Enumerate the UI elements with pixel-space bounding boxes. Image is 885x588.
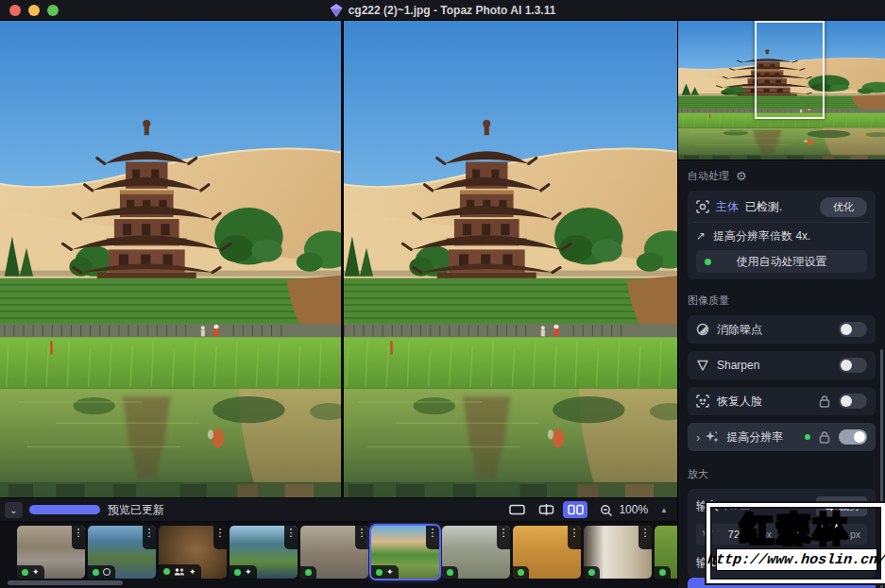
- zoom-control[interactable]: 100% ▲: [600, 503, 668, 516]
- titlebar: cg222 (2)~1.jpg - Topaz Photo AI 1.3.11: [0, 0, 885, 21]
- filmstrip-thumb-fjord-lake[interactable]: ⋮ ✦: [230, 526, 298, 579]
- zoom-level: 100%: [619, 503, 648, 516]
- filmstrip-thumb-pagoda-oasis[interactable]: ⋮ ✦: [371, 526, 439, 579]
- upscale-badge-icon: ✦: [386, 568, 394, 576]
- sharpen-icon: [696, 359, 709, 372]
- view-region-box[interactable]: [755, 21, 825, 119]
- preview-status: 预览已更新: [108, 502, 164, 518]
- enlarge-header: 放大: [688, 467, 708, 481]
- filmstrip-collapse-button[interactable]: ⌄: [5, 502, 23, 518]
- thumb-menu-icon[interactable]: ⋮: [497, 526, 510, 549]
- autopilot-upscale-info: 提高分辨率倍数 4x.: [713, 228, 810, 244]
- preview-image-panel[interactable]: [344, 21, 677, 497]
- filmstrip-thumb-room-interior[interactable]: ⋮: [584, 526, 652, 579]
- processed-dot: [22, 569, 28, 576]
- filmstrip-thumb-green-plants[interactable]: [655, 526, 677, 579]
- window-title: cg222 (2)~1.jpg - Topaz Photo AI 1.3.11: [349, 4, 556, 17]
- filmstrip-thumb-classical-building[interactable]: ⋮ ✦: [17, 526, 85, 579]
- thumb-menu-icon[interactable]: ⋮: [284, 526, 298, 549]
- face-recovery-toggle[interactable]: [839, 394, 867, 409]
- upscale-badge-icon: ✦: [32, 568, 40, 576]
- thumb-menu-icon[interactable]: ⋮: [355, 526, 368, 549]
- chevron-right-icon[interactable]: ›: [696, 430, 700, 445]
- side-by-side-view-icon: [568, 504, 584, 515]
- split-view-icon: [538, 504, 554, 515]
- autopilot-card: 主体 已检测. 优化 ↗ 提高分辨率倍数 4x. 使用自动处理设置: [688, 191, 876, 279]
- lock-icon: [818, 430, 831, 444]
- sharpen-row[interactable]: Sharpen: [688, 351, 876, 379]
- processed-dot: [518, 569, 524, 576]
- thumb-menu-icon[interactable]: ⋮: [143, 526, 156, 549]
- filmstrip-thumb-desert-oasis[interactable]: ⋮: [513, 526, 581, 579]
- processed-dot: [447, 569, 453, 576]
- face-recovery-row[interactable]: 恢复人脸: [688, 387, 876, 415]
- processed-dot: [588, 569, 595, 576]
- subject-label[interactable]: 主体: [716, 199, 739, 215]
- watermark-url-box: http://www.hoslin.cn/: [716, 548, 877, 571]
- processed-dot: [234, 569, 241, 576]
- faces-badge-icon: [174, 567, 185, 576]
- original-image-panel[interactable]: [0, 21, 341, 497]
- filmstrip-thumb-old-town-street[interactable]: ⋮: [300, 526, 368, 579]
- use-autopilot-settings-button[interactable]: 使用自动处理设置: [696, 250, 867, 273]
- watermark-url: http://www.hoslin.cn/: [706, 552, 885, 568]
- filmstrip-thumb-coastal-city[interactable]: ⋮: [88, 526, 156, 579]
- upscale-badge-icon: ✦: [189, 568, 196, 576]
- upscale-toggle[interactable]: [839, 429, 867, 445]
- processed-dot: [659, 569, 666, 576]
- view-split-button[interactable]: [534, 501, 558, 518]
- denoise-toggle[interactable]: [839, 322, 867, 337]
- zoom-magnifier-icon[interactable]: [600, 504, 612, 516]
- denoise-row[interactable]: 消除噪点: [688, 315, 876, 344]
- preview-progress-bar: [29, 505, 100, 514]
- upscale-arrow-icon: ↗: [696, 229, 706, 243]
- status-bar: ⌄ 预览已更新 100% ▲: [0, 497, 677, 521]
- watermark-title: 红森林: [710, 507, 881, 551]
- upscale-row[interactable]: › 提高分辨率: [688, 423, 876, 451]
- thumb-menu-icon[interactable]: ⋮: [213, 526, 227, 549]
- thumb-menu-icon[interactable]: ⋮: [72, 526, 85, 549]
- processed-dot: [376, 569, 383, 576]
- gear-icon[interactable]: ⚙: [736, 169, 747, 183]
- zoom-dropdown-arrow[interactable]: ▲: [660, 506, 668, 514]
- processed-dot: [163, 568, 170, 575]
- autopilot-header: 自动处理: [688, 169, 729, 183]
- upscale-sparkles-icon: [706, 430, 719, 444]
- sharpen-toggle[interactable]: [839, 358, 867, 373]
- image-quality-header: 图像质量: [688, 294, 729, 308]
- optimize-button[interactable]: 优化: [820, 197, 867, 217]
- filmstrip-scrollbar[interactable]: [8, 580, 123, 585]
- view-single-button[interactable]: [504, 501, 529, 518]
- autopilot-status-dot: [705, 259, 711, 265]
- navigation-preview[interactable]: [678, 21, 885, 160]
- enlarge-header-row: 放大: [688, 466, 876, 481]
- subject-status: 已检测.: [745, 199, 782, 215]
- face-recovery-icon: [696, 395, 709, 408]
- processed-dot: [93, 569, 99, 576]
- window-title-group: cg222 (2)~1.jpg - Topaz Photo AI 1.3.11: [0, 4, 885, 17]
- upscale-badge-icon: ✦: [245, 568, 252, 576]
- divider: [694, 222, 869, 223]
- denoise-badge-icon: [103, 568, 111, 576]
- filmstrip: ⋮ ✦ ⋮ ⋮ ✦ ⋮ ✦ ⋮: [0, 521, 677, 588]
- upscale-enabled-dot: [805, 434, 810, 440]
- app-gem-icon: [330, 4, 343, 17]
- thumb-menu-icon[interactable]: ⋮: [568, 526, 581, 549]
- watermark-frame: 红森林 http://www.hoslin.cn/: [706, 503, 885, 583]
- filmstrip-thumb-bear[interactable]: ⋮ ✦: [159, 526, 227, 579]
- single-view-icon: [509, 504, 525, 515]
- denoise-icon: [696, 323, 709, 336]
- thumb-menu-icon[interactable]: ⋮: [638, 526, 652, 549]
- comparison-canvas: [0, 21, 677, 497]
- filmstrip-thumb-european-street[interactable]: ⋮: [442, 526, 510, 579]
- processed-dot: [305, 569, 312, 576]
- autopilot-header-row: 自动处理 ⚙: [688, 168, 876, 183]
- view-side-by-side-button[interactable]: [563, 501, 587, 518]
- app-window: cg222 (2)~1.jpg - Topaz Photo AI 1.3.11 …: [0, 0, 885, 588]
- thumb-menu-icon[interactable]: ⋮: [426, 526, 439, 549]
- subject-scan-icon: [696, 200, 709, 213]
- image-quality-header-row: 图像质量: [688, 293, 876, 308]
- lock-icon: [818, 395, 831, 408]
